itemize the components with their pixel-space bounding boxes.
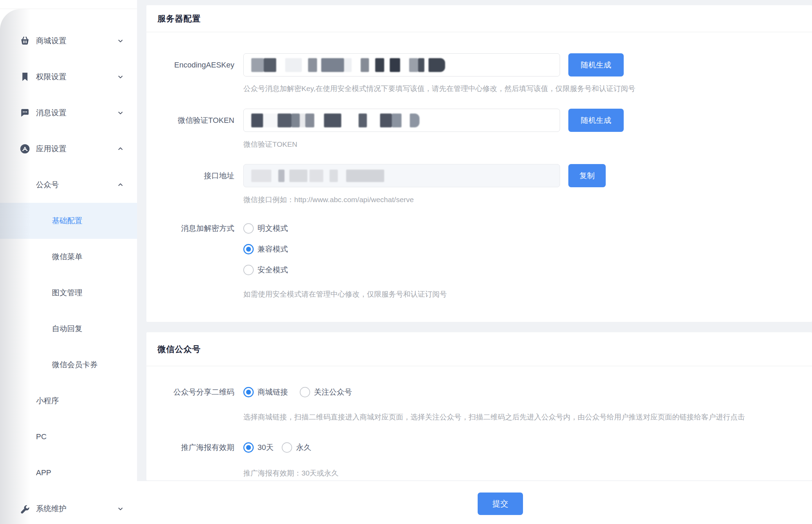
form-row-wechat-token: 微信验证TOKEN 随机生成 微信验证TOKEN (146, 109, 812, 150)
card-header: 服务器配置 (146, 5, 812, 32)
chevron-down-icon (116, 37, 125, 45)
chevron-down-icon (116, 73, 125, 81)
form-row-share-qrcode: 公众号分享二维码 商城链接 关注公众号 选择商城链 (146, 387, 812, 422)
radio-plain-mode[interactable]: 明文模式 (243, 223, 812, 234)
chevron-up-icon (116, 145, 125, 153)
form-row-poster-validity: 推广海报有效期 30天 永久 推广海报有效期：30 (146, 442, 812, 478)
radio-follow-account[interactable]: 关注公众号 (300, 387, 352, 398)
sidebar-item-permission-settings[interactable]: 权限设置 (0, 59, 137, 95)
radio-30-days[interactable]: 30天 (243, 442, 273, 453)
generate-button[interactable]: 随机生成 (568, 53, 624, 76)
redacted-value (251, 58, 445, 72)
sidebar-item-label: 权限设置 (36, 72, 66, 82)
sidebar-item-label: 自动回复 (52, 324, 82, 334)
radio-icon (243, 244, 254, 254)
bookmark-icon (19, 71, 30, 82)
field-label: 推广海报有效期 (146, 442, 234, 478)
sidebar-item-label: 基础配置 (52, 216, 82, 226)
card-header: 微信公众号 (146, 332, 812, 366)
sidebar-menu: 商城设置 权限设置 消息设置 (0, 9, 137, 524)
sidebar-item-app-settings[interactable]: 应用设置 (0, 131, 137, 167)
radio-icon (243, 387, 254, 397)
sidebar-item-label: 图文管理 (52, 288, 82, 298)
sidebar-item-system-maintenance[interactable]: 系统维护 (0, 491, 137, 524)
radio-icon (243, 223, 254, 234)
sidebar-item-app[interactable]: APP (0, 455, 137, 491)
radio-icon (300, 387, 310, 397)
radio-icon (282, 442, 292, 453)
field-help: 微信验证TOKEN (243, 139, 812, 150)
radio-icon (243, 265, 254, 275)
sidebar-item-label: APP (36, 468, 51, 477)
sidebar-item-label: 微信菜单 (52, 252, 82, 262)
api-url-input (243, 164, 560, 187)
radio-compatible-mode[interactable]: 兼容模式 (243, 244, 812, 255)
server-config-card: 服务器配置 EncodingAESKey 随机生成 (146, 5, 812, 322)
sidebar-item-mini-program[interactable]: 小程序 (0, 383, 137, 419)
field-help: 公众号消息加解密Key,在使用安全模式情况下要填写该值，请先在管理中心修改，然后… (243, 83, 812, 94)
card-title: 微信公众号 (157, 344, 201, 355)
field-label: 公众号分享二维码 (146, 387, 234, 422)
message-icon (19, 107, 30, 118)
redacted-value (251, 169, 384, 183)
field-help: 推广海报有效期：30天或永久 (243, 468, 812, 478)
sidebar-item-auto-reply[interactable]: 自动回复 (0, 311, 137, 347)
sidebar-item-wechat-menu[interactable]: 微信菜单 (0, 239, 137, 275)
field-help: 微信接口例如：http://www.abc.com/api/wechat/ser… (243, 195, 812, 205)
form-row-encrypt-mode: 消息加解密方式 明文模式 兼容模式 (146, 223, 812, 299)
sidebar-item-basic-config[interactable]: 基础配置 (0, 203, 137, 239)
radio-permanent[interactable]: 永久 (282, 442, 311, 453)
card-title: 服务器配置 (157, 13, 201, 24)
chevron-down-icon (116, 109, 125, 117)
sidebar-item-shop-settings[interactable]: 商城设置 (0, 23, 137, 59)
sidebar-item-label: 小程序 (36, 396, 59, 406)
copy-button[interactable]: 复制 (568, 164, 606, 187)
generate-button[interactable]: 随机生成 (568, 109, 624, 132)
sidebar-item-label: 公众号 (36, 180, 59, 190)
sidebar-item-label: PC (36, 432, 47, 441)
field-label: 接口地址 (146, 164, 234, 205)
field-label: 消息加解密方式 (146, 223, 234, 299)
form-row-encodingaeskey: EncodingAESKey 随机生成 公众号消息加解密Key,在使用安全模式情… (146, 53, 812, 94)
sidebar-item-article-management[interactable]: 图文管理 (0, 275, 137, 311)
chevron-down-icon (116, 505, 125, 513)
appstore-icon (19, 143, 30, 154)
radio-icon (243, 442, 254, 453)
token-input[interactable] (243, 109, 560, 132)
sidebar-item-label: 消息设置 (36, 108, 66, 118)
sidebar-item-official-account[interactable]: 公众号 (0, 167, 137, 203)
field-help: 如需使用安全模式请在管理中心修改，仅限服务号和认证订阅号 (243, 289, 812, 299)
sidebar-item-message-settings[interactable]: 消息设置 (0, 95, 137, 131)
basket-icon (19, 35, 30, 46)
field-label: EncodingAESKey (146, 53, 234, 94)
sidebar-item-label: 应用设置 (36, 144, 66, 154)
chevron-up-icon (116, 181, 125, 189)
radio-safe-mode[interactable]: 安全模式 (243, 264, 812, 275)
wrench-icon (19, 503, 30, 514)
sidebar: 商城设置 权限设置 消息设置 (0, 0, 137, 524)
sidebar-top-strip (0, 0, 137, 9)
sidebar-item-label: 微信会员卡券 (52, 360, 98, 370)
wechat-mp-card: 微信公众号 公众号分享二维码 商城链接 关注公众号 (146, 332, 812, 480)
page-footer: 提交 (137, 481, 812, 524)
encodingaeskey-input[interactable] (243, 53, 560, 76)
field-label: 微信验证TOKEN (146, 109, 234, 150)
form-row-api-url: 接口地址 复制 微信接口例如：http://www.abc.com/api/we… (146, 164, 812, 205)
sidebar-item-wechat-member-card[interactable]: 微信会员卡券 (0, 347, 137, 383)
submit-button[interactable]: 提交 (478, 493, 523, 515)
content: 服务器配置 EncodingAESKey 随机生成 (137, 0, 812, 480)
field-help: 选择商城链接，扫描二维码直接进入商城对应页面，选择关注公众号，扫描二维码之后先进… (243, 412, 812, 422)
sidebar-item-label: 商城设置 (36, 36, 66, 46)
sidebar-item-pc[interactable]: PC (0, 419, 137, 455)
sidebar-item-label: 系统维护 (36, 504, 66, 514)
redacted-value (251, 114, 419, 127)
main-area: 服务器配置 EncodingAESKey 随机生成 (137, 0, 812, 524)
radio-mall-link[interactable]: 商城链接 (243, 387, 288, 398)
